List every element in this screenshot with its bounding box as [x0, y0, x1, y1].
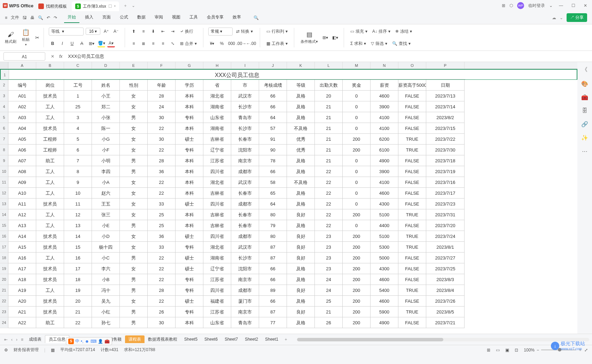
- cell[interactable]: 男: [120, 317, 148, 328]
- cell[interactable]: 22: [148, 263, 176, 274]
- menu-开始[interactable]: 开始: [64, 12, 79, 23]
- cell[interactable]: 22: [148, 177, 176, 188]
- cell[interactable]: 4300: [371, 199, 398, 209]
- cell[interactable]: 本科: [176, 220, 203, 231]
- cell[interactable]: 及格: [287, 199, 315, 209]
- row-header[interactable]: 19: [0, 263, 8, 274]
- align-bottom-button[interactable]: ⬇: [149, 28, 157, 35]
- cell[interactable]: 2023/7/31: [426, 209, 465, 220]
- tab-workbook[interactable]: S 工作簿3.xlsx ☐ •: [72, 1, 119, 11]
- row-header[interactable]: 1: [1, 70, 9, 79]
- cell[interactable]: 79: [259, 220, 287, 231]
- cell[interactable]: 市: [231, 80, 259, 91]
- cell[interactable]: 1: [64, 91, 92, 101]
- view-read-icon[interactable]: ▣: [505, 348, 509, 353]
- select-all-corner[interactable]: [0, 62, 8, 69]
- cell[interactable]: 技术员: [36, 296, 64, 307]
- cell[interactable]: 4100: [371, 177, 398, 188]
- cell[interactable]: 87: [259, 253, 287, 263]
- cell[interactable]: 工人: [36, 188, 64, 199]
- cell[interactable]: 长春市: [231, 209, 259, 220]
- cell[interactable]: 2023/7/22: [426, 134, 465, 145]
- mode-label[interactable]: 财务报表管理: [14, 347, 39, 353]
- cell[interactable]: 薪资高于5000: [398, 80, 426, 91]
- cell[interactable]: 优秀: [287, 134, 315, 145]
- cell[interactable]: 3: [64, 112, 92, 123]
- cell[interactable]: A21: [8, 307, 36, 317]
- cell[interactable]: 2023/7/17: [426, 188, 465, 199]
- cell[interactable]: 2023/7/30: [426, 145, 465, 155]
- cell[interactable]: 21: [315, 134, 343, 145]
- cell[interactable]: 长沙市: [231, 253, 259, 263]
- cell[interactable]: 小张: [92, 112, 120, 123]
- cell[interactable]: 女: [120, 209, 148, 220]
- cell[interactable]: 男: [120, 220, 148, 231]
- cell[interactable]: 辽宁省: [203, 263, 231, 274]
- cell[interactable]: 3900: [371, 101, 398, 112]
- cell[interactable]: FALSE: [398, 166, 426, 177]
- cell[interactable]: 22: [64, 317, 92, 328]
- cell[interactable]: 及格: [287, 317, 315, 328]
- row-header[interactable]: 23: [0, 307, 8, 317]
- row-header[interactable]: 3: [0, 91, 8, 101]
- cell[interactable]: 福建省: [203, 296, 231, 307]
- cell[interactable]: 技术员: [36, 242, 64, 253]
- freeze-button[interactable]: ❄ 冻结▾: [394, 28, 413, 35]
- cell[interactable]: 及格: [287, 188, 315, 199]
- cell[interactable]: 4100: [371, 112, 398, 123]
- cell[interactable]: 200: [343, 296, 371, 307]
- cell[interactable]: 青岛市: [231, 112, 259, 123]
- cell[interactable]: 性别: [120, 80, 148, 91]
- cell[interactable]: 77: [259, 317, 287, 328]
- menu-效率[interactable]: 效率: [229, 12, 244, 23]
- cell[interactable]: A19: [8, 285, 36, 296]
- save-icon[interactable]: 🖫: [23, 15, 27, 20]
- cell[interactable]: 200: [343, 231, 371, 242]
- cell[interactable]: 22: [148, 145, 176, 155]
- row-header[interactable]: 13: [0, 199, 8, 209]
- cell[interactable]: 湖南省: [203, 101, 231, 112]
- cell[interactable]: 36: [148, 231, 176, 242]
- cell[interactable]: 及格: [287, 220, 315, 231]
- cell[interactable]: 66: [259, 296, 287, 307]
- cell[interactable]: 工人: [36, 220, 64, 231]
- view-grid-icon[interactable]: ⊡: [515, 348, 518, 353]
- row-header[interactable]: 5: [0, 112, 8, 123]
- cell[interactable]: 2023/7/25: [426, 263, 465, 274]
- align-left-button[interactable]: ≡: [130, 40, 138, 47]
- cell[interactable]: 0: [343, 177, 371, 188]
- cell[interactable]: 出勤天数: [315, 80, 343, 91]
- cell[interactable]: 15: [64, 242, 92, 253]
- cell[interactable]: TRUE: [398, 285, 426, 296]
- cell[interactable]: 本科: [176, 209, 203, 220]
- cell[interactable]: 25: [148, 209, 176, 220]
- cell[interactable]: A18: [8, 274, 36, 285]
- menu-工具[interactable]: 工具: [186, 12, 201, 23]
- cell-style-button[interactable]: ◧▾: [331, 34, 339, 41]
- cell[interactable]: 25: [315, 296, 343, 307]
- ime-toolbox-icon[interactable]: 🧰: [104, 339, 110, 344]
- cell[interactable]: 16: [64, 253, 92, 263]
- menu-公式[interactable]: 公式: [116, 12, 132, 23]
- col-header-L[interactable]: L: [315, 62, 343, 69]
- col-header-P[interactable]: P: [426, 62, 465, 69]
- sheet-tab-Sheet2[interactable]: Sheet2: [241, 335, 262, 343]
- menu-审阅[interactable]: 审阅: [151, 12, 166, 23]
- cell[interactable]: FALSE: [398, 123, 426, 134]
- cell[interactable]: A17: [8, 263, 36, 274]
- cell[interactable]: 硕士: [176, 199, 203, 209]
- sum-button[interactable]: Σ 求和▾: [349, 40, 367, 47]
- cell[interactable]: 陈一: [92, 123, 120, 134]
- cell[interactable]: 硕士: [176, 296, 203, 307]
- cell[interactable]: 女: [120, 177, 148, 188]
- cell[interactable]: 技术员: [36, 307, 64, 317]
- font-color-button[interactable]: A▾: [107, 40, 115, 47]
- cell[interactable]: 4600: [371, 188, 398, 199]
- cell[interactable]: 郑二: [92, 101, 120, 112]
- cell[interactable]: 22: [315, 199, 343, 209]
- cell[interactable]: 小F: [92, 145, 120, 155]
- cell[interactable]: 小红: [92, 307, 120, 317]
- ime-user-icon[interactable]: 👤: [98, 339, 103, 344]
- cell[interactable]: 4400: [371, 220, 398, 231]
- cell[interactable]: 及格: [287, 296, 315, 307]
